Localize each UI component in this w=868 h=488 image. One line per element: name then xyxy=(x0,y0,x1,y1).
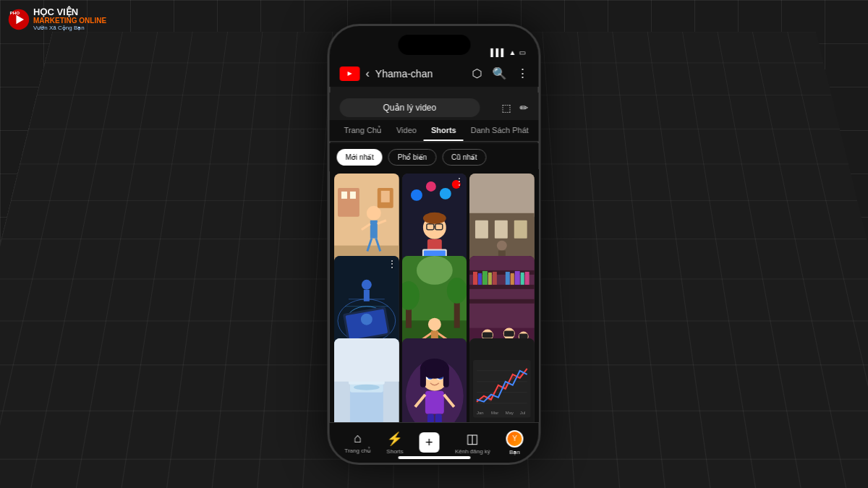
svg-rect-78 xyxy=(473,271,477,284)
logo: PHO HỌC VIỆN MARKETING ONLINE Vườn Xã Cộ… xyxy=(7,7,106,31)
chart-icon[interactable]: ⬚ xyxy=(502,102,511,114)
video-thumb-7 xyxy=(334,338,399,422)
svg-rect-104 xyxy=(334,338,399,382)
edit-icon[interactable]: ✏ xyxy=(520,102,529,114)
svg-rect-87 xyxy=(525,271,529,284)
svg-point-56 xyxy=(361,279,371,289)
home-icon: ⌂ xyxy=(354,431,362,446)
youtube-logo xyxy=(340,67,360,81)
svg-rect-89 xyxy=(482,332,493,338)
search-icon[interactable]: 🔍 xyxy=(493,67,507,80)
svg-rect-86 xyxy=(521,272,524,284)
svg-rect-85 xyxy=(515,270,520,284)
nav-item-add[interactable]: + xyxy=(419,432,439,453)
svg-rect-84 xyxy=(511,273,514,284)
svg-rect-32 xyxy=(475,220,488,238)
svg-rect-77 xyxy=(469,299,535,303)
svg-text:Jul: Jul xyxy=(520,410,526,414)
svg-rect-80 xyxy=(482,270,488,284)
battery-icon: ▭ xyxy=(519,48,526,56)
video-item-9[interactable]: Jan Mar May Jul xyxy=(469,338,535,422)
manage-video-button[interactable]: Quản lý video xyxy=(340,98,480,117)
svg-rect-7 xyxy=(349,191,355,198)
filter-newest[interactable]: Mới nhất xyxy=(337,149,383,166)
phone-device: ▌▌▌ ▲ ▭ ‹ Yhama-chan ⬡ 🔍 ⋮ Quản lý video… xyxy=(328,24,541,465)
tab-danh-sach-phat[interactable]: Danh Sách Phát xyxy=(464,120,536,141)
svg-point-51 xyxy=(360,313,372,325)
yt-header: ‹ Yhama-chan ⬡ 🔍 ⋮ xyxy=(330,61,539,87)
video-grid: 459 lượt xem xyxy=(330,169,539,422)
filter-bar: Mới nhất Phổ biến Cũ nhất xyxy=(330,143,539,171)
nav-item-you[interactable]: Y Bạn xyxy=(506,430,524,455)
nav-tabs: Trang Chủ Video Shorts Danh Sách Phát B xyxy=(330,120,539,142)
phone-notch xyxy=(398,35,470,55)
filter-oldest[interactable]: Cũ nhất xyxy=(442,149,486,166)
svg-text:PHO: PHO xyxy=(10,9,20,14)
svg-rect-117 xyxy=(425,390,443,414)
yt-header-right: ⬡ 🔍 ⋮ xyxy=(472,67,529,80)
video-item-7[interactable] xyxy=(334,338,399,422)
video-thumb-9: Jan Mar May Jul xyxy=(469,338,535,422)
svg-rect-81 xyxy=(488,272,492,284)
nav-label-you: Bạn xyxy=(509,449,520,455)
filter-popular[interactable]: Phổ biến xyxy=(388,149,436,166)
nav-item-home[interactable]: ⌂ Trang chủ xyxy=(344,431,370,454)
logo-hv-text: HỌC VIỆN xyxy=(33,7,106,17)
svg-text:Jan: Jan xyxy=(477,410,484,414)
svg-rect-120 xyxy=(427,414,433,421)
wifi-icon: ▲ xyxy=(509,48,516,56)
signal-icon: ▌▌▌ xyxy=(490,48,506,56)
manage-bar: Quản lý video ⬚ ✏ xyxy=(330,93,539,123)
shorts-icon: ⚡ xyxy=(387,431,403,447)
add-button[interactable]: + xyxy=(419,432,439,453)
svg-rect-82 xyxy=(493,271,497,284)
phone-wrapper: ▌▌▌ ▲ ▭ ‹ Yhama-chan ⬡ 🔍 ⋮ Quản lý video… xyxy=(328,24,541,465)
svg-point-42 xyxy=(497,240,507,250)
video-more-4[interactable]: ⋮ xyxy=(387,259,396,269)
svg-point-17 xyxy=(410,189,422,200)
tab-shorts[interactable]: Shorts xyxy=(424,120,464,141)
svg-point-19 xyxy=(439,187,451,199)
svg-rect-57 xyxy=(363,289,369,301)
svg-text:May: May xyxy=(506,410,514,414)
svg-point-25 xyxy=(422,212,446,223)
svg-rect-34 xyxy=(514,220,527,238)
nav-label-shorts: Shorts xyxy=(386,448,403,455)
subscriptions-icon: ◫ xyxy=(467,431,479,447)
svg-rect-115 xyxy=(420,365,425,387)
status-icons: ▌▌▌ ▲ ▭ xyxy=(490,48,525,56)
video-item-8[interactable] xyxy=(401,338,467,422)
tab-video[interactable]: Video xyxy=(389,120,424,141)
svg-rect-79 xyxy=(478,273,482,284)
svg-rect-76 xyxy=(469,284,535,288)
back-icon[interactable]: ‹ xyxy=(366,67,370,80)
logo-sub-text: Vườn Xã Cộng Bạn xyxy=(33,25,106,31)
nav-item-subscriptions[interactable]: ◫ Kênh đăng ký xyxy=(455,431,490,455)
tab-trang-chu[interactable]: Trang Chủ xyxy=(337,120,389,141)
svg-rect-33 xyxy=(495,220,508,238)
svg-rect-92 xyxy=(504,330,514,336)
logo-icon: PHO xyxy=(7,8,30,31)
svg-rect-74 xyxy=(469,256,535,328)
channel-name: Yhama-chan xyxy=(375,68,433,80)
svg-rect-121 xyxy=(435,414,441,421)
manage-icons: ⬚ ✏ xyxy=(502,102,529,114)
user-avatar: Y xyxy=(506,430,524,448)
svg-rect-83 xyxy=(506,271,510,284)
svg-rect-116 xyxy=(443,365,448,387)
svg-rect-6 xyxy=(341,191,346,198)
tab-b[interactable]: B xyxy=(536,120,539,141)
video-more-2[interactable]: ⋮ xyxy=(455,176,464,187)
yt-header-left: ‹ Yhama-chan xyxy=(340,67,433,81)
svg-point-65 xyxy=(446,277,467,303)
cast-icon[interactable]: ⬡ xyxy=(472,67,482,80)
svg-rect-15 xyxy=(380,190,389,202)
svg-point-61 xyxy=(416,256,452,285)
more-options-icon[interactable]: ⋮ xyxy=(517,67,529,80)
svg-point-102 xyxy=(353,384,379,390)
nav-label-subscriptions: Kênh đăng ký xyxy=(455,448,490,455)
nav-item-shorts[interactable]: ⚡ Shorts xyxy=(386,431,403,455)
svg-point-66 xyxy=(427,317,441,330)
svg-point-18 xyxy=(425,181,435,191)
video-thumb-8 xyxy=(401,338,467,422)
